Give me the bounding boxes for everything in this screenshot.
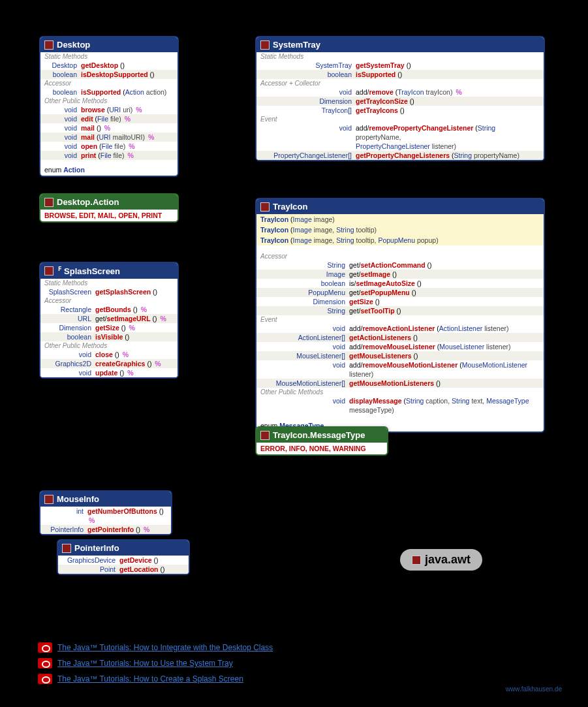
enum-card-desktop-action: Desktop.Action BROWSE, EDIT, MAIL, OPEN,…: [39, 193, 179, 223]
class-title: Desktop: [57, 40, 90, 50]
package-icon: [412, 556, 421, 565]
method-row: voidbrowse (URI uri) %: [40, 105, 178, 114]
enum-title: TrayIcon.MessageType: [273, 430, 365, 440]
section-label: Event: [256, 115, 544, 123]
card-header: PointerInfo: [58, 541, 189, 556]
method-row: URLget/setImageURL () %: [40, 314, 178, 323]
method-row: PointgetLocation (): [58, 565, 189, 574]
tutorial-link[interactable]: The Java™ Tutorials: How to Integrate wi…: [57, 643, 273, 652]
method-row: RectanglegetBounds () %: [40, 305, 178, 314]
package-name: java.awt: [425, 553, 471, 567]
enum-header: TrayIcon.MessageType: [256, 428, 387, 443]
section-label: Accessor: [40, 296, 178, 305]
constructor-row: TrayIcon (Image image, String tooltip): [256, 225, 544, 235]
class-icon: [260, 202, 270, 212]
method-row: booleanisSupported (Action action): [40, 87, 178, 97]
class-card-pointerinfo: PointerInfo GraphicsDevicegetDevice () P…: [57, 539, 190, 575]
class-card-systemtray: SystemTray Static Methods SystemTraygetS…: [255, 36, 545, 161]
oracle-icon: [38, 674, 52, 684]
method-row: voidadd/removePropertyChangeListener (St…: [256, 123, 544, 142]
method-row: voidedit (File file) %: [40, 114, 178, 123]
class-title: SystemTray: [273, 40, 320, 50]
final-marker: F: [58, 266, 61, 272]
section-label: Static Methods: [40, 279, 178, 287]
method-row: DimensiongetTrayIconSize (): [256, 97, 544, 106]
class-title: SplashScreen: [64, 266, 120, 276]
tutorial-link-row: The Java™ Tutorials: How to Create a Spl…: [38, 674, 273, 684]
section-label: Accessor: [256, 252, 544, 260]
card-header: SystemTray: [256, 37, 544, 52]
section-label: Accessor: [40, 79, 178, 87]
method-row: voidmail () %: [40, 123, 178, 133]
method-row: booleanisDesktopSupported (): [40, 70, 178, 79]
method-row: voidadd/removeMouseMotionListener (Mouse…: [256, 360, 544, 379]
section-label: Static Methods: [40, 52, 178, 61]
method-row: MouseListener[]getMouseListeners (): [256, 351, 544, 360]
constructor-row: TrayIcon (Image image, String tooltip, P…: [256, 235, 544, 245]
enum-card-trayicon-messagetype: TrayIcon.MessageType ERROR, INFO, NONE, …: [255, 426, 388, 456]
section-label: Event: [256, 315, 544, 324]
method-row: voidmail (URI mailtoURI) %: [40, 133, 178, 142]
method-row: TrayIcon[]getTrayIcons (): [256, 106, 544, 115]
method-row: PropertyChangeListener[]getPropertyChang…: [256, 151, 544, 160]
method-row: DimensiongetSize (): [256, 297, 544, 306]
class-icon: [44, 40, 54, 50]
section-label: Other Public Methods: [256, 388, 544, 396]
enum-header: Desktop.Action: [40, 195, 178, 210]
tutorial-link[interactable]: The Java™ Tutorials: How to Create a Spl…: [57, 674, 243, 683]
method-row: DimensiongetSize () %: [40, 323, 178, 332]
method-row: voidopen (File file) %: [40, 142, 178, 151]
method-row: ActionListener[]getActionListeners (): [256, 333, 544, 342]
method-row: Graphics2DcreateGraphics () %: [40, 359, 178, 368]
class-icon: [62, 544, 71, 553]
enum-icon: [260, 431, 270, 440]
method-row: Imageget/setImage (): [256, 270, 544, 279]
section-label: Accessor + Collector: [256, 79, 544, 87]
class-title: TrayIcon: [273, 202, 307, 212]
card-header: F SplashScreen: [40, 263, 178, 279]
method-row: SplashScreengetSplashScreen (): [40, 287, 178, 296]
class-icon: [44, 495, 54, 504]
method-row: voidprint (File file) %: [40, 151, 178, 160]
class-card-desktop: Desktop Static Methods DesktopgetDesktop…: [39, 36, 179, 177]
card-header: TrayIcon: [256, 199, 544, 214]
method-row: booleanisSupported (): [256, 70, 544, 79]
card-header: Desktop: [40, 37, 178, 52]
card-header: MouseInfo: [40, 492, 171, 507]
method-row: voidadd/removeMouseListener (MouseListen…: [256, 342, 544, 351]
package-badge: java.awt: [400, 549, 482, 571]
method-row: SystemTraygetSystemTray (): [256, 61, 544, 70]
enum-ref: enum Action: [40, 164, 178, 176]
method-row: PopupMenuget/setPopupMenu (): [256, 288, 544, 297]
class-title: MouseInfo: [57, 494, 99, 504]
method-row: voidadd/removeActionListener (ActionList…: [256, 324, 544, 333]
method-row: booleanis/setImageAutoSize (): [256, 279, 544, 288]
method-row: Stringget/setActionCommand (): [256, 260, 544, 270]
method-row: voidadd/remove (TrayIcon trayIcon) %: [256, 87, 544, 97]
class-icon: [44, 266, 54, 275]
section-label: Static Methods: [256, 52, 544, 61]
method-row: intgetNumberOfButtons () %: [40, 507, 171, 525]
tutorial-link-row: The Java™ Tutorials: How to Integrate wi…: [38, 642, 273, 653]
method-row: booleanisVisible (): [40, 332, 178, 341]
method-row: GraphicsDevicegetDevice (): [58, 556, 189, 565]
oracle-icon: [38, 658, 52, 668]
credit-text: www.falkhausen.de: [506, 685, 562, 693]
method-row: Stringget/setToolTip (): [256, 306, 544, 315]
class-card-splashscreen: F SplashScreen Static Methods SplashScre…: [39, 262, 179, 379]
tutorial-link-row: The Java™ Tutorials: How to Use the Syst…: [38, 658, 273, 668]
class-card-mouseinfo: MouseInfo intgetNumberOfButtons () % Poi…: [39, 490, 172, 535]
tutorial-link[interactable]: The Java™ Tutorials: How to Use the Syst…: [57, 659, 233, 668]
class-icon: [260, 40, 270, 50]
method-row: MouseMotionListener[]getMouseMotionListe…: [256, 379, 544, 388]
section-label: Other Public Methods: [40, 341, 178, 350]
section-label: Other Public Methods: [40, 97, 178, 105]
method-row: PointerInfogetPointerInfo () %: [40, 525, 171, 534]
footer-links: The Java™ Tutorials: How to Integrate wi…: [38, 642, 273, 689]
method-row: voidclose () %: [40, 350, 178, 359]
enum-icon: [44, 198, 54, 207]
class-card-trayicon: TrayIcon TrayIcon (Image image) TrayIcon…: [255, 198, 545, 433]
method-row: DesktopgetDesktop (): [40, 61, 178, 70]
enum-values: ERROR, INFO, NONE, WARNING: [256, 443, 387, 454]
oracle-icon: [38, 642, 52, 653]
